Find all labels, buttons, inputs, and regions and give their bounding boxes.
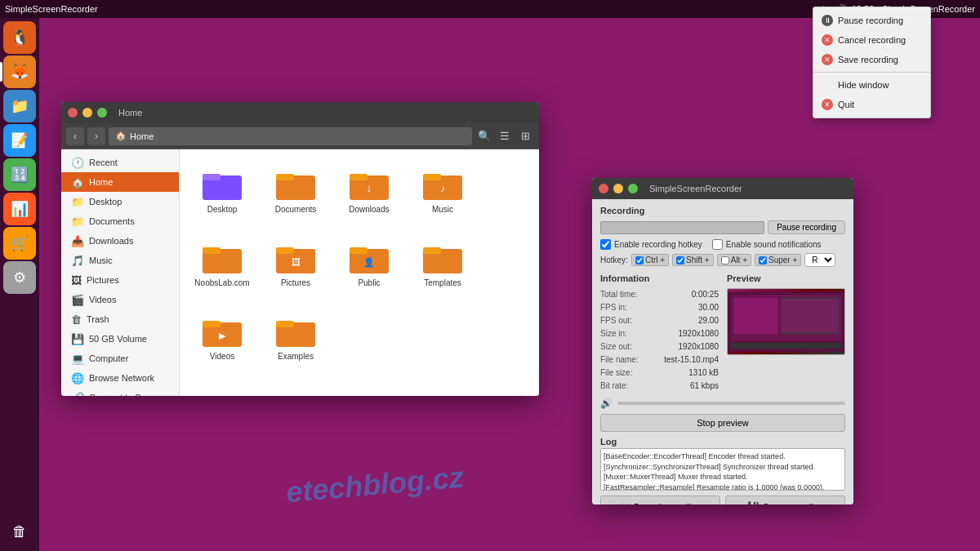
documents-icon: 📁 [71,216,84,228]
hotkey-row: Hotkey: Ctrl + Shift + Alt + Super + R [600,253,845,267]
fm-forward-btn[interactable]: › [87,127,105,145]
fps-out-val: 29.00 [698,314,719,327]
file-item-desktop[interactable]: Desktop [189,159,255,224]
server-icon: 🔗 [71,392,84,397]
hotkey-shift[interactable]: Shift + [672,254,714,266]
launcher-icon-calc[interactable]: 🔢 [3,158,36,191]
sidebar-item-videos[interactable]: 🎬 Videos [61,290,179,309]
recording-bar: Pause recording [600,220,845,234]
sidebar-item-home[interactable]: 🏠 Home [61,172,179,192]
file-item-pictures[interactable]: 🖼 Pictures [263,233,328,298]
log-line-3: [Muxer::MuxerThread] Muxer thread starte… [604,472,842,482]
enable-hotkey-check[interactable]: Enable recording hotkey [600,239,702,250]
fm-min-btn[interactable] [82,108,92,118]
home-folder-icon: 🏠 [71,176,84,189]
svg-rect-16 [350,247,368,254]
launcher-icon-amazon[interactable]: 🛒 [3,227,36,260]
hotkey-ctrl[interactable]: Ctrl + [631,254,669,266]
svg-text:↓: ↓ [367,181,372,194]
file-item-noobslab[interactable]: NoobsLab.com [189,233,255,298]
ctx-quit-icon: ✕ [822,99,833,110]
hotkey-checkbox[interactable] [600,239,611,250]
sidebar-item-recent[interactable]: 🕐 Recent [61,153,179,172]
ctx-cancel-icon: ✕ [822,34,833,46]
launcher-icon-trash[interactable]: 🗑 [3,515,36,548]
file-item-downloads[interactable]: ↓ Downloads [336,159,402,224]
fm-search-icon[interactable]: 🔍 [475,127,493,145]
ssr-close-btn[interactable] [599,184,608,193]
launcher-icon-impress[interactable]: 📊 [3,193,36,225]
hotkey-key-select[interactable]: R [804,253,835,267]
fm-back-btn[interactable]: ‹ [66,127,84,145]
pause-recording-btn[interactable]: Pause recording [768,220,845,234]
sound-checkbox[interactable] [712,239,723,250]
ctx-pause-recording[interactable]: ⏸ Pause recording [813,11,930,30]
ctx-hide-window[interactable]: Hide window [813,75,930,95]
ctrl-checkbox[interactable] [635,256,644,264]
file-item-documents[interactable]: Documents [263,159,328,224]
file-item-music[interactable]: ♪ Music [410,159,475,224]
fm-titlebar: Home [61,102,539,123]
launcher-icon-files[interactable]: 📁 [3,90,36,122]
file-size-val: 1310 kB [688,367,719,380]
file-item-examples[interactable]: Examples [263,306,328,371]
svg-rect-27 [733,298,777,335]
fm-close-btn[interactable] [68,108,78,118]
sidebar-item-computer[interactable]: 💻 Computer [61,349,179,368]
ctx-quit-label: Quit [838,100,854,109]
file-item-videos[interactable]: ▶ Videos [189,306,255,371]
watermark: etechblog.cz [285,460,466,510]
sidebar-item-downloads[interactable]: 📥 Downloads [61,231,179,251]
sidebar-item-network[interactable]: 🌐 Browse Network [61,368,179,388]
sidebar-recent-label: Recent [89,158,118,167]
shift-checkbox[interactable] [676,256,684,264]
fm-grid-icon[interactable]: ⊞ [516,127,534,145]
total-time-row: Total time: 0:00:25 [600,288,719,301]
folder-icon-downloads: ↓ [350,169,389,202]
save-icon: 💾 [747,501,760,504]
file-item-public[interactable]: 👤 Public [336,233,402,298]
launcher-icon-firefox[interactable]: 🦊 [3,56,36,88]
fm-address-bar[interactable]: 🏠 Home [109,127,472,145]
ctx-quit[interactable]: ✕ Quit [813,95,930,114]
sidebar-item-documents[interactable]: 📁 Documents [61,211,179,231]
ctx-save-recording[interactable]: ✕ Save recording [813,50,930,69]
launcher-icon-ubuntu[interactable]: 🐧 [3,21,36,54]
cancel-recording-btn[interactable]: ✕ Cancel recording [600,495,720,504]
fm-content: Desktop Documents ↓ Downloads ♪ [180,149,539,396]
ctx-cancel-recording[interactable]: ✕ Cancel recording [813,30,930,50]
fm-list-icon[interactable]: ☰ [496,127,514,145]
ssr-min-btn[interactable] [613,184,623,193]
sidebar-item-desktop[interactable]: 📁 Desktop [61,192,179,211]
sidebar-item-music[interactable]: 🎵 Music [61,251,179,270]
svg-rect-1 [203,174,220,180]
info-column: Information Total time: 0:00:25 FPS in: … [600,273,719,393]
sidebar-item-trash[interactable]: 🗑 Trash [61,309,179,329]
stop-preview-btn[interactable]: Stop preview [600,414,845,432]
file-label-videos: Videos [210,352,234,362]
ssr-max-btn[interactable] [628,184,638,193]
ssr-body: Recording Pause recording Enable recordi… [592,199,853,504]
sidebar-item-server[interactable]: 🔗 Connect to Server [61,388,179,396]
launcher-icon-settings[interactable]: ⚙ [3,261,36,294]
file-item-templates[interactable]: Templates [410,233,475,298]
hotkey-alt[interactable]: Alt + [717,254,751,266]
save-recording-btn[interactable]: 💾 Save recording [725,495,845,504]
fm-max-btn[interactable] [97,108,107,118]
hotkey-super[interactable]: Super + [755,254,801,266]
sidebar-server-label: Connect to Server [89,393,162,396]
ctx-pause-label: Pause recording [838,16,903,25]
sidebar-item-pictures[interactable]: 🖼 Pictures [61,270,179,290]
super-checkbox[interactable] [759,256,767,264]
shift-label: Shift + [686,256,710,264]
enable-sound-check[interactable]: Enable sound notifications [712,239,822,250]
videos-icon: 🎬 [71,294,84,306]
fm-title: Home [118,108,142,118]
sidebar-item-50gb[interactable]: 💾 50 GB Volume [61,329,179,349]
svg-rect-13 [276,247,294,254]
volume-slider[interactable] [617,402,845,405]
launcher-icon-text[interactable]: 📝 [3,124,36,157]
file-label-examples: Examples [278,352,314,362]
alt-checkbox[interactable] [721,256,729,264]
fm-toolbar: ‹ › 🏠 Home 🔍 ☰ ⊞ [61,123,539,149]
